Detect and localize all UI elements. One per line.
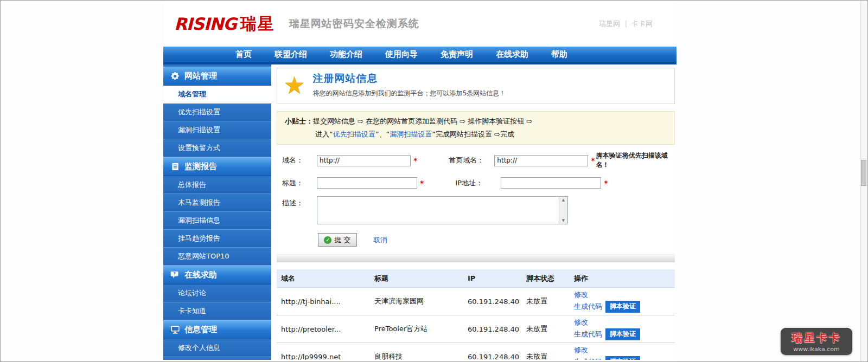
nav-item-features[interactable]: 功能介绍 (318, 49, 374, 60)
row-domain: http://pretooler... (277, 325, 374, 333)
form-row-description: 描述： ▲▼ (282, 196, 675, 224)
actions-line-2: 生成代码 脚本验证 (574, 301, 675, 313)
row-title: 天津滨海家园网 (374, 296, 468, 306)
app-title: 瑞星网站密码安全检测系统 (289, 17, 419, 31)
header-links: 瑞星网 ｜ 卡卡网 (599, 19, 667, 29)
vuln-scan-settings-link[interactable]: 漏洞扫描设置 (390, 130, 432, 138)
ip-label: IP地址： (455, 178, 501, 188)
register-info-text: 注册网站信息 将您的网站信息添加到我们的监测平台；您可以添加5条网站信息！ (312, 72, 506, 98)
sidebar-section-title: 网站管理 (184, 71, 217, 81)
nav-item-home[interactable]: 首页 (224, 49, 263, 60)
script-verify-button[interactable]: 脚本验证 (605, 356, 640, 360)
modify-link[interactable]: 修改 (574, 290, 588, 300)
form-row-domain: 域名： * 首页域名： * 脚本验证将优先扫描该域名！ (282, 151, 675, 170)
tip-line-1: 小贴士：提交网站信息 ⇨ 在您的网站首页添加监测代码 ⇨ 操作脚本验证按钮 ⇨ (285, 115, 667, 128)
col-header-domain: 域名 (277, 274, 374, 283)
vertical-scrollbar[interactable] (860, 1, 867, 361)
sidebar: 网站管理 域名管理 优先扫描设置 漏洞扫描设置 设置预警方式 监测报告 总体报告… (163, 64, 271, 360)
row-actions: 修改 生成代码 脚本验证 (574, 288, 675, 315)
link-rising-site[interactable]: 瑞星网 (599, 20, 620, 28)
domain-input[interactable] (317, 155, 411, 166)
kaka-badge-title: 瑞星卡卡 (792, 331, 841, 345)
row-title: PreTooler官方站 (374, 324, 468, 334)
row-actions: 修改 生成代码 脚本验证 (574, 343, 675, 360)
sidebar-item-malicious-top10[interactable]: 恶意网站TOP10 (163, 248, 271, 266)
row-domain: http://tj-binhai.... (277, 298, 374, 306)
home-domain-input[interactable] (494, 155, 588, 166)
priority-scan-settings-link[interactable]: 优先扫描设置 (333, 130, 375, 138)
content-area: 网站管理 域名管理 优先扫描设置 漏洞扫描设置 设置预警方式 监测报告 总体报告… (163, 64, 676, 360)
sidebar-item-edit-personal-info[interactable]: 修改个人信息 (163, 339, 271, 357)
scrollbar-thumb[interactable] (861, 160, 866, 186)
title-input[interactable] (317, 177, 417, 189)
scroll-down-arrow-icon[interactable]: ▼ (562, 218, 565, 223)
script-verify-button[interactable]: 脚本验证 (605, 328, 640, 340)
description-textarea[interactable] (317, 197, 559, 224)
row-ip: 60.191.248.40 (468, 353, 526, 360)
sidebar-item-trojan-trend-report[interactable]: 挂马趋势报告 (163, 230, 271, 248)
required-mark: * (604, 179, 608, 188)
submit-button[interactable]: ✓ 提 交 (318, 233, 357, 247)
sidebar-item-kaka-knows[interactable]: 卡卡知道 (163, 302, 271, 320)
generate-code-link[interactable]: 生成代码 (574, 357, 602, 360)
rising-logo-cn: 瑞星 (240, 13, 275, 35)
nav-item-guide[interactable]: 使用向导 (374, 49, 429, 60)
sidebar-section-site-management[interactable]: 网站管理 (163, 67, 271, 86)
sidebar-item-priority-scan-settings[interactable]: 优先扫描设置 (163, 104, 271, 121)
tip-line2-suffix: ”完成网站扫描设置 ⇨完成 (432, 130, 514, 138)
computer-icon (170, 326, 180, 334)
sidebar-section-online-help[interactable]: ? 在线求助 (163, 266, 271, 285)
modify-link[interactable]: 修改 (574, 345, 588, 355)
sidebar-section-title: 信息管理 (184, 325, 217, 335)
form-buttons-row: ✓ 提 交 取消 (318, 233, 675, 247)
row-actions: 修改 生成代码 脚本验证 (574, 315, 675, 342)
required-mark: * (413, 156, 417, 165)
scroll-up-arrow-icon[interactable]: ▲ (562, 198, 565, 202)
tip-label: 小贴士： (285, 117, 313, 125)
gears-icon (170, 72, 180, 81)
col-header-title: 标题 (374, 274, 468, 283)
sidebar-item-domain-management[interactable]: 域名管理 (163, 86, 271, 104)
script-verify-button[interactable]: 脚本验证 (605, 301, 640, 313)
home-domain-label: 首页域名： (449, 156, 494, 165)
kaka-watermark-badge: 瑞星卡卡 www.ikaka.com (781, 328, 852, 355)
page-container: RISING 瑞星 瑞星网站密码安全检测系统 瑞星网 ｜ 卡卡网 首页 联盟介绍… (163, 1, 676, 362)
sidebar-item-vuln-scan-settings[interactable]: 漏洞扫描设置 (163, 121, 271, 139)
generate-code-link[interactable]: 生成代码 (574, 302, 602, 312)
page-title: 注册网站信息 (312, 72, 506, 86)
sidebar-section-monitor-reports[interactable]: 监测报告 (163, 157, 271, 176)
cancel-link[interactable]: 取消 (373, 235, 387, 245)
generate-code-link[interactable]: 生成代码 (574, 329, 602, 339)
sidebar-item-forum-discussion[interactable]: 论坛讨论 (163, 285, 271, 302)
ip-input[interactable] (501, 177, 601, 189)
sidebar-section-title: 在线求助 (184, 270, 217, 280)
textarea-scrollbar[interactable]: ▲▼ (559, 197, 567, 224)
sidebar-item-vuln-scan-info[interactable]: 漏洞扫描信息 (163, 212, 271, 230)
table-header-row: 域名 标题 IP 脚本状态 操作 (277, 269, 675, 288)
table-row: http://pretooler... PreTooler官方站 60.191.… (277, 315, 675, 343)
col-header-ip: IP (468, 274, 526, 282)
svg-text:?: ? (173, 272, 176, 276)
table-row: http://tj-binhai.... 天津滨海家园网 60.191.248.… (277, 288, 675, 315)
nav-item-online-help[interactable]: 在线求助 (484, 49, 540, 60)
row-ip: 60.191.248.40 (468, 298, 526, 306)
home-domain-note: 脚本验证将优先扫描该域名！ (596, 151, 675, 170)
tip-line-2: 进入“优先扫描设置”、“漏洞扫描设置”完成网站扫描设置 ⇨完成 (285, 128, 667, 141)
nav-item-help[interactable]: 帮助 (540, 49, 579, 60)
sidebar-section-info-management[interactable]: 信息管理 (163, 320, 271, 339)
modify-link[interactable]: 修改 (574, 318, 588, 327)
register-info-panel: ★ 注册网站信息 将您的网站信息添加到我们的监测平台；您可以添加5条网站信息！ (277, 68, 675, 104)
check-circle-icon: ✓ (324, 236, 331, 244)
main-nav: 首页 联盟介绍 功能介绍 使用向导 免责声明 在线求助 帮助 (163, 47, 676, 64)
sidebar-item-trojan-monitor-report[interactable]: 木马监测报告 (163, 194, 271, 212)
nav-item-alliance-intro[interactable]: 联盟介绍 (263, 49, 318, 60)
nav-item-disclaimer[interactable]: 免责声明 (429, 49, 484, 60)
actions-line-2: 生成代码 脚本验证 (574, 356, 675, 360)
row-script-status: 未放置 (526, 296, 574, 306)
sidebar-item-overall-report[interactable]: 总体报告 (163, 176, 271, 194)
domain-label: 域名： (282, 156, 317, 165)
page-subtitle: 将您的网站信息添加到我们的监测平台；您可以添加5条网站信息！ (312, 89, 506, 98)
sidebar-item-alert-settings[interactable]: 设置预警方式 (163, 139, 271, 157)
form-row-title-ip: 标题： * IP地址： * (282, 177, 675, 189)
link-kaka-site[interactable]: 卡卡网 (631, 20, 653, 28)
